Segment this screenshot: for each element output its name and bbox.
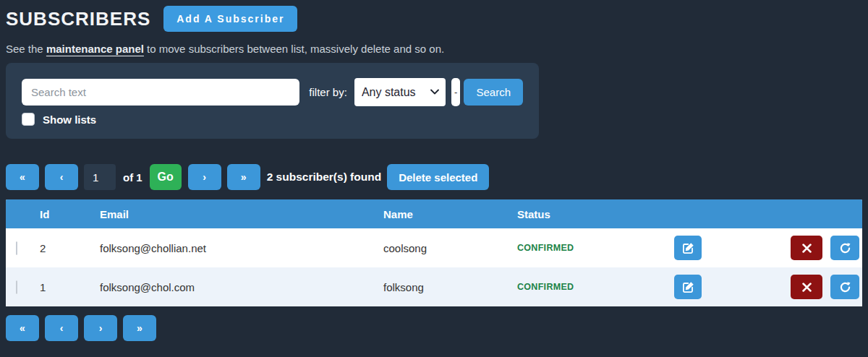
column-header-name: Name (383, 208, 517, 220)
refresh-icon (839, 281, 851, 293)
maintenance-panel-link[interactable]: maintenance panel (46, 43, 144, 55)
prev-page-button[interactable]: ‹ (45, 164, 78, 190)
edit-square-icon (682, 281, 694, 293)
row-checkbox[interactable] (16, 241, 17, 255)
edit-subscriber-button[interactable] (674, 236, 702, 260)
subtitle-prefix: See the (6, 43, 46, 55)
resend-confirmation-button[interactable] (830, 275, 859, 299)
column-header-status: Status (517, 208, 674, 220)
first-page-button[interactable]: « (6, 164, 39, 190)
last-page-button[interactable]: » (227, 164, 260, 190)
search-input[interactable] (22, 79, 299, 106)
row-checkbox[interactable] (16, 280, 17, 294)
search-panel: filter by: Any status - Search Show list… (6, 63, 539, 139)
subtitle: See the maintenance panel to move subscr… (6, 43, 862, 55)
table-header-row: Id Email Name Status (6, 199, 862, 228)
prev-page-button[interactable]: ‹ (45, 315, 78, 341)
delete-subscriber-button[interactable] (791, 236, 822, 260)
subscriber-name: folksong (383, 281, 517, 293)
resend-confirmation-button[interactable] (830, 236, 859, 260)
next-page-button[interactable]: › (84, 315, 117, 341)
bottom-pagination: « ‹ › » (6, 315, 862, 341)
refresh-icon (839, 242, 851, 254)
next-page-button[interactable]: › (188, 164, 221, 190)
page-number-input[interactable] (84, 164, 116, 190)
first-page-button[interactable]: « (6, 315, 39, 341)
delete-subscriber-button[interactable] (791, 275, 822, 299)
page-title: SUBSCRIBERS (6, 8, 150, 30)
show-lists-checkbox[interactable] (22, 113, 35, 126)
page-header: SUBSCRIBERS Add A Subscriber See the mai… (0, 0, 868, 55)
status-badge: CONFIRMED (517, 243, 674, 253)
subtitle-suffix: to move subscribers between list, massiv… (144, 43, 444, 55)
x-icon (802, 244, 812, 253)
status-filter-select[interactable]: Any status (354, 78, 446, 106)
go-button[interactable]: Go (150, 164, 182, 190)
edit-square-icon (682, 242, 694, 254)
subscriber-name: coolsong (383, 242, 517, 254)
x-icon (802, 283, 812, 292)
add-subscriber-button[interactable]: Add A Subscriber (163, 6, 297, 32)
delete-selected-button[interactable]: Delete selected (387, 164, 489, 190)
table-row: 1 folksong@chol.com folksong CONFIRMED (6, 267, 862, 306)
search-button[interactable]: Search (464, 79, 523, 106)
subscriber-id: 2 (40, 242, 100, 254)
show-lists-label: Show lists (43, 113, 96, 126)
page-count-label: of 1 (123, 171, 142, 184)
subscriber-email: folksong@chollian.net (100, 242, 383, 254)
subscriber-email: folksong@chol.com (100, 281, 383, 293)
subscribers-found-label: 2 subscriber(s) found (267, 171, 381, 184)
edit-subscriber-button[interactable] (674, 275, 702, 299)
filter-by-label: filter by: (309, 86, 347, 98)
subscriber-id: 1 (40, 281, 100, 293)
column-header-email: Email (100, 208, 383, 220)
table-row: 2 folksong@chollian.net coolsong CONFIRM… (6, 228, 862, 267)
column-header-id: Id (40, 208, 100, 220)
subscribers-table: Id Email Name Status 2 folksong@chollian… (6, 199, 862, 306)
status-badge: CONFIRMED (517, 282, 674, 292)
top-pagination: « ‹ of 1 Go › » 2 subscriber(s) found De… (6, 164, 862, 190)
last-page-button[interactable]: » (123, 315, 156, 341)
list-filter-field[interactable]: - (451, 78, 461, 106)
